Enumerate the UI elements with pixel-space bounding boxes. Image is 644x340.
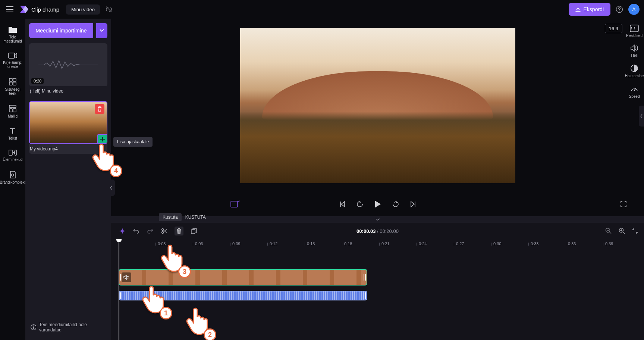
svg-point-20 xyxy=(162,229,164,231)
duplicate-button[interactable] xyxy=(191,228,197,234)
topbar-right: Ekspordi A xyxy=(569,3,640,16)
trash-icon xyxy=(176,228,182,234)
media-item-video[interactable]: My video.mp4 Lisa ajaskaalale xyxy=(29,101,107,154)
audio-clip[interactable] xyxy=(119,291,367,300)
folder-icon xyxy=(8,25,18,34)
ai-sparkle-icon xyxy=(230,200,239,208)
export-button[interactable]: Ekspordi xyxy=(569,3,610,16)
clip-mute-toggle[interactable] xyxy=(122,272,131,282)
zoom-in-button[interactable] xyxy=(619,228,625,234)
ruler-tick: 0:24 xyxy=(419,241,427,246)
timeline[interactable]: 0:030:060:090:120:150:180:210:240:270:30… xyxy=(111,239,644,340)
forward-button[interactable] xyxy=(392,200,399,208)
project-title[interactable]: Minu video xyxy=(66,4,100,15)
split-button[interactable] xyxy=(161,228,167,234)
rail-your-media[interactable]: Teie meediumid xyxy=(0,23,25,46)
ruler-tick: 0:39 xyxy=(605,241,613,246)
skip-start-icon xyxy=(339,201,346,208)
chevron-down-icon xyxy=(375,218,380,221)
clip-trim-right[interactable] xyxy=(363,270,367,285)
rail-transitions[interactable]: Üleminekud xyxy=(0,147,25,164)
delete-clip-button[interactable]: Kustuta KUSTUTA xyxy=(175,227,183,235)
fit-icon xyxy=(632,228,638,234)
skip-start-button[interactable] xyxy=(339,201,346,208)
clip-trim-right[interactable] xyxy=(363,291,367,300)
audio-waveform xyxy=(119,291,367,300)
playhead[interactable] xyxy=(119,239,119,340)
backup-warning[interactable]: Teie meediumifailid pole varundatud xyxy=(29,319,107,336)
forward-icon xyxy=(392,200,399,208)
fullscreen-icon xyxy=(620,201,627,208)
timeline-ruler[interactable]: 0:030:060:090:120:150:180:210:240:270:30… xyxy=(119,239,644,250)
rail-brandkit[interactable]: Brändikomplekt xyxy=(0,168,25,187)
help-icon xyxy=(616,6,623,13)
right-rail-fade[interactable]: Hajutamine xyxy=(625,64,644,78)
zoom-out-button[interactable] xyxy=(605,228,612,234)
import-media-button[interactable]: Meediumi importimine xyxy=(29,23,93,38)
svg-rect-10 xyxy=(9,109,12,112)
zoom-out-icon xyxy=(605,228,612,234)
rail-templates[interactable]: Mallid xyxy=(0,102,25,121)
ruler-tick: 0:06 xyxy=(195,241,203,246)
user-avatar[interactable]: A xyxy=(628,4,640,15)
ai-sparkle-button[interactable] xyxy=(119,228,125,234)
fullscreen-button[interactable] xyxy=(620,201,627,208)
speaker-icon xyxy=(630,44,638,52)
ruler-tick: 0:33 xyxy=(531,241,538,246)
main-area: Teie meediumid Kirje &amp; create Sisute… xyxy=(0,19,644,340)
transitions-icon xyxy=(9,149,17,156)
svg-rect-12 xyxy=(9,150,12,155)
skip-end-button[interactable] xyxy=(410,201,417,208)
media-item-audio[interactable]: 0:20 (Heli) Minu video xyxy=(29,43,107,96)
timeline-toolbar-left: Kustuta KUSTUTA xyxy=(119,227,197,235)
right-rail-speed[interactable]: Speed xyxy=(629,85,640,99)
undo-button[interactable] xyxy=(133,228,139,234)
left-rail: Teie meediumid Kirje &amp; create Sisute… xyxy=(0,19,25,340)
top-bar: Clip champ Minu video Ekspordi A xyxy=(0,0,644,19)
duplicate-icon xyxy=(191,228,197,234)
rewind-button[interactable] xyxy=(356,200,364,208)
play-button[interactable] xyxy=(374,200,381,208)
add-to-timeline-button[interactable] xyxy=(97,134,107,144)
ruler-tick: 0:12 xyxy=(270,241,277,246)
hamburger-menu[interactable] xyxy=(4,4,15,15)
delete-media-button[interactable] xyxy=(95,104,104,114)
media-item-label: (Heli) Minu video xyxy=(29,86,107,96)
svg-point-21 xyxy=(162,232,164,234)
waveform-icon xyxy=(37,57,100,72)
zoom-in-icon xyxy=(619,228,625,234)
aspect-ratio-selector[interactable]: 16:9 xyxy=(605,24,622,33)
redo-icon xyxy=(147,228,154,234)
redo-button[interactable] xyxy=(147,228,154,234)
expand-right-panel[interactable] xyxy=(639,106,644,127)
ai-suggestions-button[interactable] xyxy=(230,200,239,208)
preview-area: 16:9 Pealdised Heli Hajutamine Speed xyxy=(111,19,644,192)
right-rail-captions[interactable]: Pealdised xyxy=(626,25,643,38)
timeline-time: 00:00.03 / 00:20.00 xyxy=(356,228,399,234)
scissors-icon xyxy=(161,228,167,234)
fit-timeline-button[interactable] xyxy=(632,228,638,234)
plus-icon xyxy=(100,137,105,142)
ruler-tick: 0:03 xyxy=(158,241,166,246)
right-rail-audio[interactable]: Heli xyxy=(630,44,638,57)
skip-end-icon xyxy=(410,201,417,208)
brandkit-icon xyxy=(9,171,16,179)
trash-icon xyxy=(97,106,102,112)
camera-icon xyxy=(8,52,17,59)
rail-content-library[interactable]: Sisuteegi teek xyxy=(0,75,25,98)
rail-text[interactable]: Tekst xyxy=(0,125,25,143)
svg-rect-13 xyxy=(15,150,16,155)
clip-trim-left[interactable] xyxy=(119,291,123,300)
svg-rect-7 xyxy=(9,82,12,85)
import-media-caret[interactable] xyxy=(96,23,107,38)
svg-rect-19 xyxy=(231,201,238,207)
video-clip[interactable] xyxy=(119,269,367,286)
svg-rect-9 xyxy=(9,105,16,107)
app-logo[interactable]: Clip champ xyxy=(20,6,59,13)
svg-rect-6 xyxy=(13,78,16,81)
rail-record-create[interactable]: Kirje &amp; create xyxy=(0,50,25,71)
help-button[interactable] xyxy=(616,6,623,13)
no-autosave-icon[interactable] xyxy=(105,6,113,13)
video-preview[interactable] xyxy=(240,28,515,183)
svg-point-14 xyxy=(12,174,14,176)
